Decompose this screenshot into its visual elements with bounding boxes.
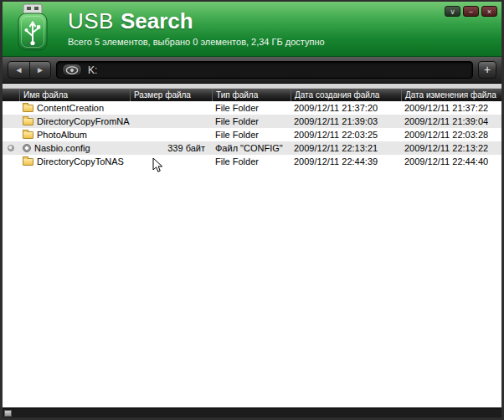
empty-area[interactable] (3, 168, 501, 407)
file-name-cell[interactable]: DirectoryCopyFromNA (19, 115, 130, 128)
file-modified-cell: 2009/12/11 21:39:04 (401, 115, 501, 128)
view-eye-button[interactable] (62, 64, 82, 76)
row-marker-cell (3, 115, 19, 128)
column-header[interactable]: Тип файла (212, 89, 291, 101)
file-name-cell[interactable]: ContentCreation (19, 101, 130, 115)
file-name-cell[interactable]: DirectoryCopyToNAS (19, 155, 130, 168)
window-title: USBSearch (68, 8, 325, 33)
file-created-cell: 2009/12/11 22:44:39 (291, 155, 401, 168)
file-modified-cell: 2009/12/11 21:37:22 (401, 101, 501, 115)
file-name-label: PhotoAlbum (37, 130, 87, 140)
file-size-cell (130, 155, 212, 168)
file-name-cell[interactable]: Nasbio.config (19, 141, 130, 155)
file-type-cell: File Folder (212, 155, 291, 168)
column-header-marker (3, 89, 19, 101)
file-name-label: DirectoryCopyFromNA (37, 116, 130, 126)
column-header[interactable]: Имя файла (19, 89, 130, 101)
file-name-label: Nasbio.config (34, 143, 90, 153)
bottom-bar (3, 407, 501, 417)
back-button[interactable]: ◄ (8, 62, 29, 78)
path-field[interactable]: K: (56, 61, 473, 79)
row-marker-cell (3, 101, 19, 115)
file-modified-cell: 2009/12/11 22:44:40 (401, 155, 501, 168)
file-name-label: DirectoryCopyToNAS (37, 156, 124, 166)
file-modified-cell: 2009/12/11 22:13:22 (401, 141, 501, 155)
dropdown-button[interactable]: ∨ (445, 6, 460, 17)
folder-icon (23, 131, 33, 139)
file-size-cell (130, 128, 212, 141)
table-row[interactable]: ContentCreationFile Folder2009/12/11 21:… (3, 101, 501, 115)
folder-icon (23, 105, 33, 112)
folder-icon (23, 118, 33, 125)
file-created-cell: 2009/12/11 21:39:03 (291, 115, 401, 128)
file-type-cell: Файл "CONFIG" (212, 141, 291, 155)
config-file-icon (23, 144, 31, 152)
title-bar[interactable]: USBSearch Всего 5 элементов, выбрано 0 э… (3, 2, 501, 57)
window-controls: ∨ − × (445, 6, 497, 17)
row-marker-cell (3, 141, 19, 155)
usb-drive-icon (8, 3, 58, 52)
file-created-cell: 2009/12/11 22:13:21 (291, 141, 401, 155)
file-name-label: ContentCreation (37, 103, 104, 113)
column-header[interactable]: Размер файла (130, 89, 212, 101)
file-size-cell (130, 115, 212, 128)
table-row[interactable]: Nasbio.config339 байтФайл "CONFIG"2009/1… (3, 141, 501, 155)
file-table-body: ContentCreationFile Folder2009/12/11 21:… (3, 101, 501, 168)
nav-button-group: ◄ ► (8, 61, 51, 79)
table-row[interactable]: DirectoryCopyToNASFile Folder2009/12/11 … (3, 155, 501, 168)
table-row[interactable]: DirectoryCopyFromNAFile Folder2009/12/11… (3, 115, 501, 128)
close-button[interactable]: × (481, 6, 497, 17)
forward-button[interactable]: ► (29, 62, 50, 78)
minimize-button[interactable]: − (463, 6, 479, 17)
file-table-header: Имя файлаРазмер файлаТип файлаДата созда… (3, 89, 501, 101)
file-type-cell: File Folder (212, 128, 291, 141)
file-created-cell: 2009/12/11 21:37:20 (291, 101, 401, 115)
folder-icon (23, 158, 33, 166)
file-type-cell: File Folder (212, 115, 291, 128)
file-size-cell: 339 байт (130, 141, 212, 155)
file-name-cell[interactable]: PhotoAlbum (19, 128, 130, 141)
status-summary: Всего 5 элементов, выбрано 0 элементов, … (68, 37, 325, 47)
add-button[interactable]: + (478, 61, 496, 79)
file-size-cell (130, 101, 212, 115)
title-usb: USB (68, 8, 114, 33)
table-row[interactable]: PhotoAlbumFile Folder2009/12/11 22:03:25… (3, 128, 501, 141)
app-window: USBSearch Всего 5 элементов, выбрано 0 э… (0, 0, 504, 420)
file-type-cell: File Folder (212, 101, 291, 115)
path-label: K: (88, 64, 97, 76)
resize-grip[interactable] (4, 410, 12, 417)
row-marker-cell (3, 155, 19, 168)
navigation-toolbar: ◄ ► K: + (3, 57, 501, 84)
column-header[interactable]: Дата изменения файла (401, 89, 501, 101)
file-modified-cell: 2009/12/11 22:03:28 (401, 128, 501, 141)
row-marker-cell (3, 128, 19, 141)
eye-icon (65, 66, 79, 74)
status-marker-icon (8, 145, 14, 151)
title-search: Search (121, 8, 193, 33)
file-created-cell: 2009/12/11 22:03:25 (291, 128, 401, 141)
column-header[interactable]: Дата создания файла (291, 89, 401, 101)
